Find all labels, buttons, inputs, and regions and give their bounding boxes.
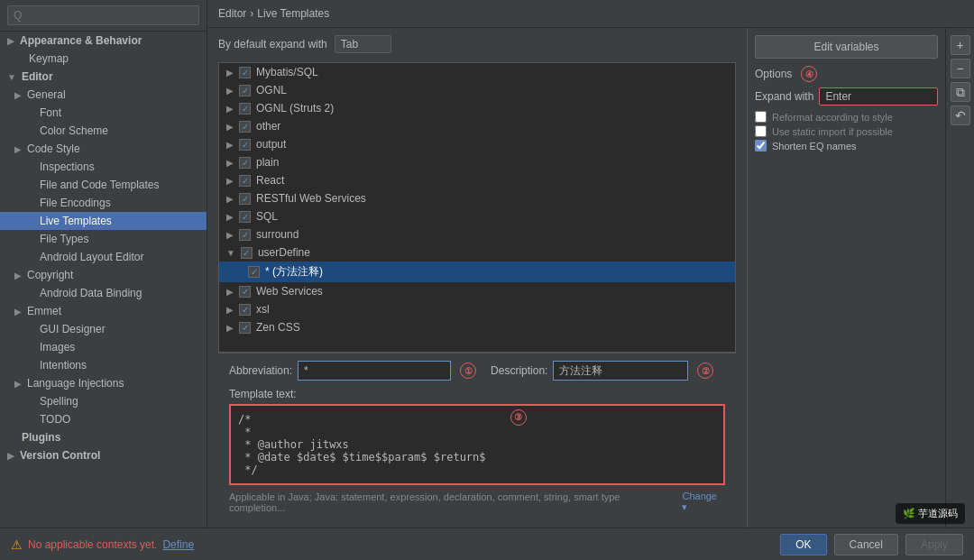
sidebar-item-color_scheme[interactable]: Color Scheme [0,122,207,140]
template-item-method_comment[interactable]: * (方法注释) [219,262,735,282]
sidebar-item-spelling[interactable]: Spelling [0,392,207,410]
breadcrumb-separator: › [250,7,253,20]
group-checkbox-ognl_struts2[interactable] [239,103,251,115]
group-checkbox-plain[interactable] [239,157,251,169]
template-group-header-surround[interactable]: ▶ surround [219,225,735,243]
group-checkbox-other[interactable] [239,121,251,133]
template-group-header-output[interactable]: ▶ output [219,135,735,153]
template-group-header-plain[interactable]: ▶ plain [219,153,735,171]
sidebar-arrow-general: ▶ [14,90,22,100]
group-checkbox-xsl[interactable] [239,304,251,316]
group-arrow-surround: ▶ [226,230,234,240]
sidebar-item-plugins[interactable]: Plugins [0,428,207,446]
option-label-shorten_eq: Shorten EQ names [772,141,857,151]
reset-template-button[interactable]: ↶ [951,106,970,125]
template-group-output: ▶ output [219,135,735,153]
template-group-header-react[interactable]: ▶ React [219,171,735,189]
group-arrow-ognl_struts2: ▶ [226,104,234,114]
group-checkbox-user_define[interactable] [241,247,253,259]
group-checkbox-restful_web_services[interactable] [239,193,251,205]
group-checkbox-ognl[interactable] [239,85,251,96]
sidebar-item-copyright[interactable]: ▶Copyright [0,266,207,284]
group-checkbox-mybatis_sql[interactable] [239,67,251,78]
sidebar-item-code_style[interactable]: ▶Code Style [0,140,207,158]
sidebar-item-inspections[interactable]: Inspections [0,158,207,176]
add-template-button[interactable]: + [951,35,970,55]
apply-button[interactable]: Apply [905,534,963,555]
sidebar-item-file_encodings[interactable]: File Encodings [0,194,207,212]
warning-icon: ⚠ [11,537,23,552]
sidebar-item-file_code_templates[interactable]: File and Code Templates [0,176,207,194]
sidebar-item-label-editor: Editor [22,70,53,83]
sidebar-item-intentions[interactable]: Intentions [0,356,207,374]
expand-with-options-select[interactable]: Tab Enter Space [819,87,938,106]
sidebar-item-gui_designer[interactable]: GUI Designer [0,320,207,338]
expand-with-select[interactable]: Tab Enter Space [335,35,391,53]
group-arrow-ognl: ▶ [226,86,234,96]
template-group-header-zen_css[interactable]: ▶ Zen CSS [219,318,735,336]
template-group-header-restful_web_services[interactable]: ▶ RESTful Web Services [219,189,735,207]
sidebar-item-images[interactable]: Images [0,338,207,356]
sidebar-item-label-live_templates: Live Templates [40,215,112,227]
abbreviation-input[interactable] [298,361,451,381]
edit-variables-button[interactable]: Edit variables [755,35,938,59]
sidebar-item-appearance[interactable]: ▶Appearance & Behavior [0,32,207,50]
ok-button[interactable]: OK [780,534,826,555]
cancel-button[interactable]: Cancel [834,534,898,555]
sidebar-search-input[interactable] [7,5,199,25]
group-checkbox-web_services[interactable] [239,286,251,298]
template-group-header-ognl_struts2[interactable]: ▶ OGNL (Struts 2) [219,99,735,117]
far-right-buttons: + − ⧉ ↶ [945,28,974,528]
top-panel: By default expand with Tab Enter Space ▶… [207,28,974,528]
sidebar-item-general[interactable]: ▶General [0,86,207,104]
sidebar-item-label-spelling: Spelling [40,395,78,408]
sidebar-item-emmet[interactable]: ▶Emmet [0,302,207,320]
sidebar-item-file_types[interactable]: File Types [0,230,207,248]
expand-with-options-label: Expand with [755,90,813,103]
sidebar-item-android_layout_editor[interactable]: Android Layout Editor [0,248,207,266]
template-group-header-ognl[interactable]: ▶ OGNL [219,81,735,99]
group-checkbox-output[interactable] [239,139,251,151]
template-text-area[interactable]: ③ /* * * @author jitwxs * @date $date$ $… [229,404,725,485]
remove-template-button[interactable]: − [951,59,970,78]
breadcrumb: Editor › Live Templates [207,0,974,28]
template-group-header-mybatis_sql[interactable]: ▶ Mybatis/SQL [219,63,735,81]
template-group-user_define: ▼ userDefine * (方法注释) [219,243,735,282]
item-checkbox-method_comment[interactable] [248,266,260,278]
template-group-header-web_services[interactable]: ▶ Web Services [219,282,735,300]
define-link[interactable]: Define [162,538,194,551]
template-group-header-sql[interactable]: ▶ SQL [219,207,735,225]
sidebar-item-keymap[interactable]: Keymap [0,50,207,68]
sidebar-item-font[interactable]: Font [0,104,207,122]
template-text-circle: ③ [510,409,527,426]
copy-template-button[interactable]: ⧉ [951,82,970,102]
template-group-header-other[interactable]: ▶ other [219,117,735,135]
template-group-surround: ▶ surround [219,225,735,243]
sidebar-item-android_data_binding[interactable]: Android Data Binding [0,284,207,302]
description-input[interactable] [553,361,688,381]
abbreviation-field-group: Abbreviation: ① [229,361,476,381]
sidebar-item-todo[interactable]: TODO [0,410,207,428]
group-checkbox-react[interactable] [239,175,251,187]
option-checkbox-reformat[interactable] [755,111,767,123]
template-form: Abbreviation: ① Description: ② Template … [218,353,736,520]
options-section: Options ④ Expand with Tab Enter Space Re… [755,66,938,154]
sidebar-item-language_injections[interactable]: ▶Language Injections [0,374,207,392]
group-checkbox-surround[interactable] [239,229,251,241]
sidebar-item-live_templates[interactable]: Live Templates [0,212,207,230]
group-label-ognl: OGNL [256,84,287,96]
sidebar-arrow-language_injections: ▶ [14,379,22,389]
template-group-header-user_define[interactable]: ▼ userDefine [219,243,735,262]
group-checkbox-sql[interactable] [239,211,251,223]
sidebar-item-editor[interactable]: ▼Editor [0,68,207,86]
option-checkbox-shorten_eq[interactable] [755,140,767,151]
sidebar-item-label-keymap: Keymap [29,52,69,65]
sidebar-item-label-gui_designer: GUI Designer [40,323,106,335]
change-link[interactable]: Change ▾ [682,491,725,513]
expand-with-options-row: Expand with Tab Enter Space [755,87,938,106]
group-checkbox-zen_css[interactable] [239,322,251,334]
group-label-restful_web_services: RESTful Web Services [256,192,366,205]
option-checkbox-static_import[interactable] [755,125,767,137]
template-group-header-xsl[interactable]: ▶ xsl [219,300,735,318]
sidebar-item-version_control[interactable]: ▶Version Control [0,446,207,464]
